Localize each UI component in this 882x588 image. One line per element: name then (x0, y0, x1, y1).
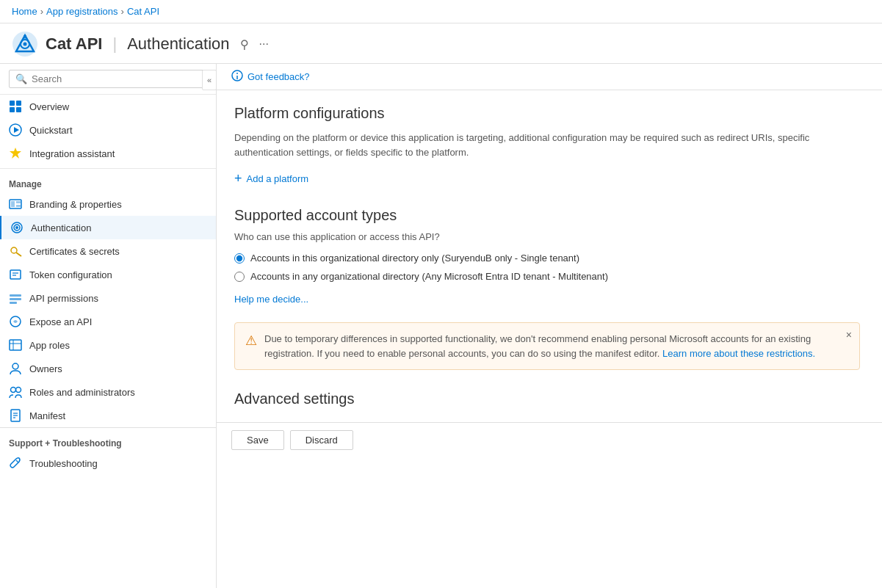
svg-rect-13 (16, 205, 21, 207)
svg-point-16 (15, 226, 18, 229)
more-options-icon[interactable]: ··· (259, 37, 269, 51)
sidebar: 🔍 « Overview Quickstart (0, 64, 217, 588)
add-platform-button[interactable]: + Add a platform (234, 171, 860, 186)
sidebar-item-authentication[interactable]: Authentication (0, 216, 216, 239)
platform-config-title: Platform configurations (234, 105, 860, 122)
breadcrumb-home[interactable]: Home (12, 6, 37, 17)
svg-line-36 (16, 460, 18, 462)
search-box: 🔍 (9, 70, 207, 88)
warning-close-button[interactable]: × (846, 329, 852, 341)
search-icon: 🔍 (15, 73, 27, 84)
integration-icon (9, 147, 22, 160)
svg-rect-26 (10, 340, 21, 350)
feedback-bar[interactable]: Got feedback? (217, 64, 882, 90)
breadcrumb-bar: Home › App registrations › Cat API (0, 0, 882, 23)
radio-multi-tenant-input[interactable] (234, 272, 245, 282)
sidebar-item-integration[interactable]: Integration assistant (0, 142, 216, 165)
radio-multi-tenant[interactable]: Accounts in any organizational directory… (234, 271, 860, 282)
sidebar-item-branding[interactable]: Branding & properties (0, 192, 216, 216)
warning-learn-more-link[interactable]: Learn more about these restrictions. (662, 348, 815, 359)
header-divider: | (112, 35, 117, 54)
save-button[interactable]: Save (231, 430, 284, 450)
key-icon (9, 244, 22, 258)
collapse-sidebar-button[interactable]: « (202, 70, 217, 90)
sidebar-label-integration: Integration assistant (29, 148, 115, 159)
support-section: Support + Troubleshooting Troubleshootin… (0, 427, 216, 478)
page-title: Authentication (127, 35, 229, 54)
app-roles-icon (9, 338, 22, 352)
sidebar-item-owners[interactable]: Owners (0, 357, 216, 380)
sidebar-label-token: Token configuration (29, 269, 112, 280)
sidebar-item-expose-api[interactable]: Expose an API (0, 310, 216, 333)
roles-icon (9, 385, 22, 399)
account-type-radio-group: Accounts in this organizational director… (234, 253, 860, 282)
sidebar-label-owners: Owners (29, 363, 62, 374)
feedback-label: Got feedback? (247, 71, 310, 82)
svg-marker-8 (14, 127, 19, 133)
warning-text: Due to temporary differences in supporte… (264, 332, 833, 360)
sidebar-item-quickstart[interactable]: Quickstart (0, 118, 216, 142)
svg-rect-5 (10, 107, 15, 112)
sidebar-label-api-permissions: API permissions (29, 293, 98, 304)
main-content: Got feedback? Platform configurations De… (217, 64, 882, 588)
warning-icon: ⚠ (245, 333, 257, 349)
svg-rect-3 (10, 101, 15, 106)
wrench-icon (9, 457, 22, 470)
sidebar-item-app-roles[interactable]: App roles (0, 333, 216, 357)
sidebar-label-overview: Overview (29, 101, 69, 112)
warning-box: ⚠ Due to temporary differences in suppor… (234, 322, 860, 370)
app-title: Cat API (46, 35, 102, 54)
sidebar-item-troubleshooting[interactable]: Troubleshooting (0, 451, 216, 475)
manage-section-label: Manage (0, 168, 216, 192)
svg-point-30 (11, 388, 16, 393)
search-input[interactable] (32, 73, 200, 84)
sidebar-item-overview[interactable]: Overview (0, 95, 216, 118)
feedback-icon (231, 70, 243, 84)
discard-button[interactable]: Discard (290, 430, 353, 450)
sidebar-item-api-permissions[interactable]: API permissions (0, 286, 216, 310)
pin-icon[interactable]: ⚲ (240, 37, 249, 51)
main-layout: 🔍 « Overview Quickstart (0, 64, 882, 588)
expose-api-icon (9, 315, 22, 328)
authentication-icon (10, 221, 24, 234)
sidebar-label-troubleshooting: Troubleshooting (29, 458, 98, 469)
sidebar-item-manifest[interactable]: Manifest (0, 404, 216, 427)
sidebar-label-certificates: Certificates & secrets (29, 246, 120, 257)
add-platform-label: Add a platform (247, 173, 309, 184)
token-icon (9, 268, 22, 281)
add-platform-plus-icon: + (234, 171, 242, 186)
sidebar-item-roles-admin[interactable]: Roles and administrators (0, 380, 216, 404)
account-types-title: Supported account types (234, 207, 860, 224)
svg-point-2 (24, 43, 27, 46)
radio-multi-tenant-label: Accounts in any organizational directory… (250, 271, 608, 282)
sidebar-label-manifest: Manifest (29, 410, 65, 421)
content-body: Platform configurations Depending on the… (217, 90, 878, 422)
svg-rect-12 (16, 201, 21, 203)
account-types-question: Who can use this application or access t… (234, 231, 860, 242)
quickstart-icon (9, 123, 22, 137)
branding-icon (9, 197, 22, 211)
svg-rect-22 (10, 294, 21, 297)
svg-point-17 (11, 247, 17, 253)
svg-rect-11 (11, 201, 15, 207)
sidebar-label-branding: Branding & properties (29, 199, 122, 210)
svg-rect-24 (10, 302, 17, 304)
svg-line-18 (16, 253, 21, 256)
overview-icon (9, 100, 22, 113)
app-header: Cat API | Authentication ⚲ ··· (0, 23, 882, 64)
breadcrumb-cat-api[interactable]: Cat API (127, 6, 159, 17)
sidebar-label-app-roles: App roles (29, 340, 70, 351)
radio-single-tenant[interactable]: Accounts in this organizational director… (234, 253, 860, 264)
breadcrumb-app-registrations[interactable]: App registrations (46, 6, 118, 17)
svg-rect-23 (10, 298, 21, 300)
bottom-toolbar: Save Discard (217, 422, 882, 457)
breadcrumb: Home › App registrations › Cat API (12, 6, 159, 17)
breadcrumb-sep-1: › (40, 6, 43, 17)
svg-marker-9 (10, 148, 21, 159)
help-me-decide-link[interactable]: Help me decide... (234, 294, 308, 305)
svg-rect-4 (16, 101, 21, 106)
radio-single-tenant-input[interactable] (234, 253, 245, 264)
platform-config-description: Depending on the platform or device this… (234, 131, 860, 159)
sidebar-item-certificates[interactable]: Certificates & secrets (0, 239, 216, 263)
sidebar-item-token[interactable]: Token configuration (0, 263, 216, 286)
